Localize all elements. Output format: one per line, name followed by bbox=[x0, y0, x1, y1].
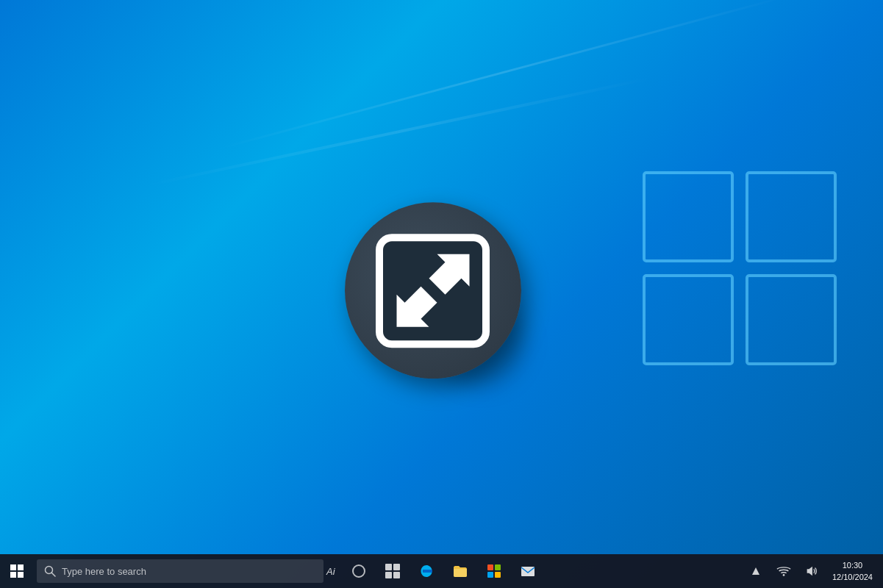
start-button[interactable] bbox=[0, 554, 34, 588]
svg-rect-18 bbox=[487, 572, 493, 578]
windows-logo bbox=[640, 169, 839, 368]
svg-rect-7 bbox=[18, 564, 24, 570]
svg-rect-8 bbox=[10, 572, 16, 578]
svg-rect-9 bbox=[18, 572, 24, 578]
svg-rect-17 bbox=[495, 564, 501, 570]
edge-icon bbox=[418, 563, 435, 579]
task-view-button[interactable] bbox=[376, 554, 409, 588]
svg-rect-12 bbox=[385, 564, 392, 570]
volume-button[interactable] bbox=[798, 554, 825, 588]
search-box[interactable]: Type here to search bbox=[37, 559, 323, 583]
svg-rect-19 bbox=[495, 572, 501, 578]
svg-marker-23 bbox=[807, 567, 812, 576]
chevron-up-icon bbox=[752, 565, 759, 577]
file-explorer-icon bbox=[452, 563, 468, 579]
desktop-ray-1 bbox=[221, 0, 790, 149]
store-button[interactable] bbox=[478, 554, 510, 588]
cortana-icon bbox=[352, 564, 365, 578]
store-icon bbox=[486, 563, 502, 579]
system-tray: 10:30 12/10/2024 bbox=[743, 554, 883, 588]
desktop: Type here to search Ai bbox=[0, 0, 883, 588]
svg-rect-0 bbox=[644, 173, 732, 261]
svg-rect-1 bbox=[747, 173, 835, 261]
file-explorer-button[interactable] bbox=[444, 554, 476, 588]
ai-label[interactable]: Ai bbox=[326, 566, 335, 577]
cortana-button[interactable] bbox=[343, 554, 375, 588]
taskbar-icons-group bbox=[343, 554, 544, 588]
taskbar: Type here to search Ai bbox=[0, 554, 883, 588]
svg-marker-21 bbox=[752, 567, 759, 575]
mail-icon bbox=[520, 563, 536, 579]
svg-rect-20 bbox=[521, 567, 535, 576]
svg-marker-4 bbox=[429, 254, 469, 295]
network-button[interactable] bbox=[771, 554, 797, 588]
edge-button[interactable] bbox=[410, 554, 443, 588]
svg-rect-16 bbox=[487, 564, 493, 570]
volume-icon bbox=[804, 564, 819, 578]
clock-date: 12/10/2024 bbox=[832, 571, 873, 584]
clock-button[interactable]: 10:30 12/10/2024 bbox=[826, 554, 879, 588]
svg-rect-13 bbox=[393, 564, 400, 570]
task-view-icon bbox=[385, 563, 401, 579]
svg-line-11 bbox=[52, 573, 56, 577]
mail-button[interactable] bbox=[512, 554, 544, 588]
desktop-ray-2 bbox=[147, 76, 651, 186]
clock-time: 10:30 bbox=[843, 559, 863, 572]
svg-rect-14 bbox=[385, 572, 392, 578]
svg-rect-3 bbox=[747, 276, 835, 364]
svg-rect-15 bbox=[393, 572, 400, 578]
svg-rect-2 bbox=[644, 276, 732, 364]
icon-square bbox=[376, 234, 490, 348]
search-icon bbox=[44, 565, 56, 577]
network-icon bbox=[776, 564, 791, 578]
icon-circle-bg bbox=[345, 202, 521, 379]
svg-rect-6 bbox=[10, 564, 16, 570]
svg-point-22 bbox=[783, 574, 785, 576]
svg-marker-5 bbox=[396, 287, 437, 327]
search-placeholder-text: Type here to search bbox=[62, 566, 146, 577]
app-icon[interactable] bbox=[345, 202, 521, 379]
start-icon bbox=[10, 564, 24, 578]
show-hidden-icons-button[interactable] bbox=[743, 554, 769, 588]
